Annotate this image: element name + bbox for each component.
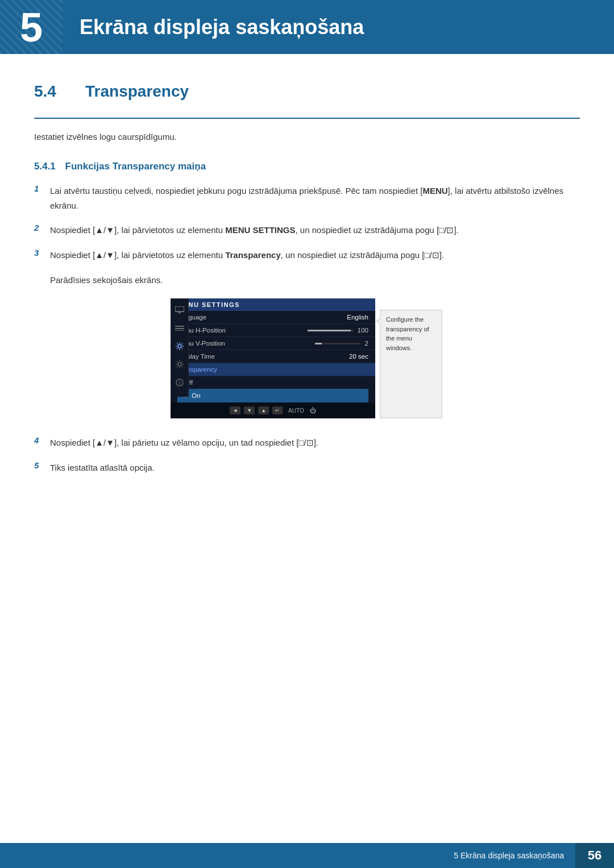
osd-nav-down: ▼: [244, 406, 255, 414]
page-footer: 5 Ekrāna displeja saskaņošana 56: [0, 843, 614, 868]
osd-sidebar: i: [171, 298, 189, 397]
osd-header: MENU SETTINGS: [171, 298, 375, 311]
footer-chapter-ref: 5 Ekrāna displeja saskaņošana: [454, 851, 575, 860]
svg-rect-0: [175, 306, 184, 312]
section-title: Transparency: [85, 82, 189, 101]
section-divider: [34, 118, 580, 119]
page-number: 56: [588, 848, 601, 863]
step-text-4: Nospiediet [▲/▼], lai pārietu uz vēlamo …: [50, 435, 580, 450]
subsection-number: 5.4.1: [34, 161, 56, 172]
step-text-1: Lai atvērtu taustiņu ceļvedi, nospiediet…: [50, 184, 580, 213]
step-number-4: 4: [34, 435, 50, 445]
intro-paragraph: Iestatiet izvēlnes logu caurspīdīgumu.: [34, 130, 580, 144]
appear-text: Parādīsies sekojošais ekrāns.: [50, 273, 580, 287]
osd-icon-settings: [174, 340, 185, 352]
osd-panel: MENU SETTINGS Language English Menu H-Po…: [171, 298, 375, 418]
step-item-4: 4 Nospiediet [▲/▼], lai pārietu uz vēlam…: [34, 435, 580, 450]
osd-auto-label: AUTO: [288, 408, 304, 414]
step-text-3: Nospiediet [▲/▼], lai pārvietotos uz ele…: [50, 248, 580, 263]
subsection-heading: 5.4.1 Funkcijas Transparency maiņa: [34, 161, 580, 172]
osd-power-icon: ⏻: [310, 407, 316, 414]
osd-slider-v-fill: [315, 343, 322, 344]
chapter-number-box: 5: [0, 0, 63, 54]
chapter-title: Ekrāna displeja saskaņošana: [80, 15, 364, 39]
menu-settings-keyword: MENU SETTINGS: [225, 225, 295, 235]
section-number: 5.4: [34, 82, 74, 101]
osd-slider-v: [315, 343, 360, 344]
step-number-5: 5: [34, 460, 50, 470]
osd-screenshot: i MENU SETTINGS Language English Menu H-…: [171, 298, 443, 418]
osd-nav-left: ◄: [230, 406, 240, 414]
step-number-3: 3: [34, 248, 50, 258]
osd-nav-up: ▲: [258, 406, 269, 414]
osd-option-off: Off: [177, 376, 368, 389]
step-text-5: Tiks iestatīta atlasītā opcija.: [50, 460, 580, 475]
osd-value-display-time: 20 sec: [349, 353, 368, 360]
transparency-keyword: Transparency: [225, 250, 281, 260]
svg-point-6: [178, 344, 181, 348]
main-content: 5.4 Transparency Iestatiet izvēlnes logu…: [0, 54, 614, 531]
header-banner: 5 Ekrāna displeja saskaņošana: [0, 0, 614, 54]
tooltip-bubble: Configure the transparency of the menu w…: [380, 310, 442, 418]
osd-icon-lines: [174, 322, 185, 334]
subsection-title: Funkcijas Transparency maiņa: [65, 161, 206, 172]
osd-slider-h: [308, 330, 353, 331]
osd-value-language: English: [347, 314, 368, 321]
osd-value-v-position: 2: [365, 340, 368, 347]
step-item-3: 3 Nospiediet [▲/▼], lai pārvietotos uz e…: [34, 248, 580, 263]
osd-row-h-position: Menu H-Position 100: [171, 324, 375, 337]
step-number-2: 2: [34, 223, 50, 232]
steps-list-after: 4 Nospiediet [▲/▼], lai pārietu uz vēlam…: [34, 435, 580, 475]
osd-option-on: ✓ On: [177, 389, 368, 402]
chapter-number: 5: [20, 7, 43, 48]
step-item-5: 5 Tiks iestatīta atlasītā opcija.: [34, 460, 580, 475]
osd-bottom-bar: ◄ ▼ ▲ ↵ AUTO ⏻: [171, 402, 375, 418]
osd-row-v-position: Menu V-Position 2: [171, 337, 375, 350]
osd-nav-enter: ↵: [272, 406, 283, 414]
steps-list: 1 Lai atvērtu taustiņu ceļvedi, nospiedi…: [34, 184, 580, 262]
osd-icon-monitor: [174, 304, 185, 315]
screenshot-container: i MENU SETTINGS Language English Menu H-…: [34, 298, 580, 418]
osd-value-h-position: 100: [358, 327, 368, 334]
svg-text:i: i: [179, 380, 180, 386]
step-item-1: 1 Lai atvērtu taustiņu ceļvedi, nospiedi…: [34, 184, 580, 213]
osd-row-transparency: Transparency: [171, 363, 375, 376]
step-item-2: 2 Nospiediet [▲/▼], lai pārvietotos uz e…: [34, 223, 580, 238]
step-number-1: 1: [34, 184, 50, 193]
menu-keyword-1: MENU: [422, 186, 447, 196]
osd-icon-gear: [174, 359, 185, 370]
section-heading: 5.4 Transparency: [34, 82, 580, 101]
osd-row-display-time: Display Time 20 sec: [171, 350, 375, 363]
osd-icon-info: i: [174, 377, 185, 388]
page-number-box: 56: [575, 843, 614, 868]
osd-dropdown: Off ✓ On: [177, 376, 368, 402]
svg-point-7: [178, 363, 181, 366]
osd-row-language: Language English: [171, 311, 375, 324]
osd-slider-h-fill: [308, 330, 351, 331]
step-text-2: Nospiediet [▲/▼], lai pārvietotos uz ele…: [50, 223, 580, 238]
